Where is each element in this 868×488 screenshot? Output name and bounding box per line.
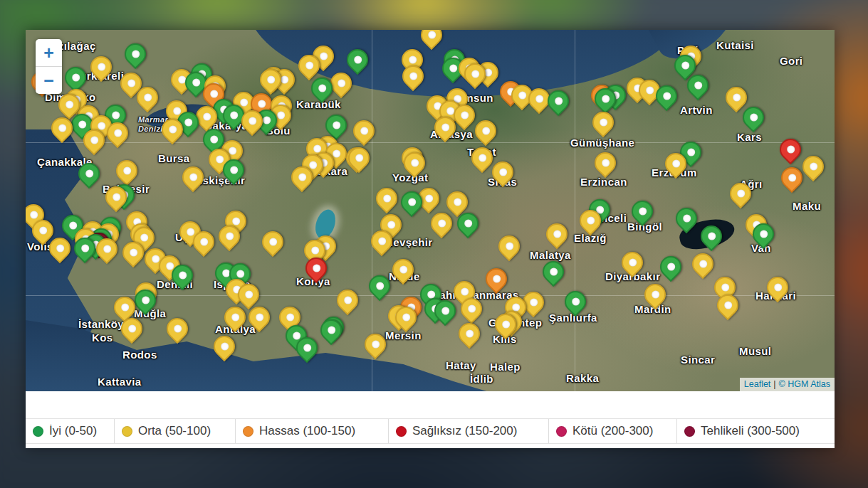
zoom-in-button[interactable]: + (36, 39, 62, 67)
map-attribution: Leaflet|© HGM Atlas (740, 378, 835, 391)
map-label: Sincar (681, 354, 715, 366)
aqi-legend: İyi (0-50)Orta (50-100)Hassas (100-150)S… (26, 418, 835, 444)
map-marker-g[interactable] (316, 315, 346, 345)
map-label: Kos (92, 331, 113, 344)
legend-item: Orta (50-100) (114, 419, 235, 443)
legend-color-dot (684, 426, 695, 437)
map-marker-g[interactable] (543, 86, 573, 116)
graticule-line (575, 30, 575, 391)
map-label: İstanköy (78, 318, 124, 330)
legend-label: Orta (50-100) (138, 424, 211, 438)
legend-item: Kötü (200-300) (548, 419, 676, 443)
map-label: Kattavia (98, 376, 142, 388)
map-marker-y[interactable] (588, 107, 618, 137)
map-label: Artvin (680, 104, 713, 116)
map-marker-y[interactable] (112, 156, 142, 186)
map-marker-y[interactable] (344, 143, 374, 173)
map-label: Rodos (122, 349, 157, 361)
map-marker-y[interactable] (162, 314, 192, 344)
legend-color-dot (243, 426, 253, 437)
air-quality-map[interactable]: KızılağaçKırklareliDimetokoÇanakkaleBurs… (26, 30, 835, 391)
map-marker-y[interactable] (349, 116, 379, 146)
map-label: Malatya (530, 249, 571, 261)
map-marker-y[interactable] (454, 319, 484, 349)
map-marker-y[interactable] (471, 116, 501, 146)
map-label: Hatay (446, 359, 476, 371)
map-marker-y[interactable] (590, 148, 620, 178)
map-label: Mersin (385, 329, 422, 341)
leaflet-link[interactable]: Leaflet (744, 379, 771, 389)
map-marker-y[interactable] (688, 249, 718, 279)
map-label: İdlib (470, 373, 493, 385)
map-label: Halep (490, 361, 521, 373)
hgm-atlas-link[interactable]: © HGM Atlas (779, 379, 830, 389)
legend-label: Hassas (100-150) (259, 424, 355, 438)
map-marker-y[interactable] (427, 208, 456, 238)
map-marker-y[interactable] (494, 231, 524, 261)
map-label: Kutaisi (716, 39, 754, 51)
legend-label: İyi (0-50) (49, 424, 97, 438)
attribution-divider: | (773, 379, 775, 389)
map-marker-y[interactable] (333, 285, 362, 315)
map-label: Gori (780, 55, 802, 67)
map-marker-y[interactable] (178, 162, 208, 192)
map-marker-y[interactable] (258, 227, 288, 257)
map-label: Bursa (158, 152, 190, 164)
legend-label: Kötü (200-300) (572, 424, 653, 438)
map-marker-g[interactable] (120, 39, 150, 69)
map-label: Gümüşhane (570, 137, 634, 149)
map-label: Erzincan (580, 176, 627, 188)
map-marker-g[interactable] (538, 257, 568, 287)
page: KızılağaçKırklareliDimetokoÇanakkaleBurs… (0, 0, 868, 488)
map-label: Musul (739, 345, 771, 357)
legend-label: Tehlikeli (300-500) (701, 424, 800, 438)
legend-color-dot (122, 426, 132, 437)
legend-item: İyi (0-50) (26, 419, 114, 443)
legend-color-dot (396, 426, 407, 437)
zoom-out-button[interactable]: − (36, 67, 62, 94)
legend-item: Hassas (100-150) (235, 419, 388, 443)
graticule-line (26, 142, 835, 143)
legend-color-dot (33, 426, 43, 437)
map-label: Maku (793, 200, 821, 212)
map-marker-g[interactable] (738, 102, 768, 132)
map-label: Kars (737, 131, 762, 143)
legend-item: Sağlıksız (150-200) (388, 419, 548, 443)
legend-color-dot (556, 426, 567, 437)
map-marker-y[interactable] (372, 184, 402, 213)
content-panel: KızılağaçKırklareliDimetokoÇanakkaleBurs… (26, 30, 835, 448)
map-label: Rakka (566, 372, 599, 384)
zoom-control: + − (36, 39, 62, 94)
legend-item: Tehlikeli (300-500) (676, 419, 835, 443)
legend-label: Sağlıksız (150-200) (412, 424, 517, 438)
map-marker-r[interactable] (775, 134, 805, 164)
map-marker-y[interactable] (542, 219, 572, 249)
